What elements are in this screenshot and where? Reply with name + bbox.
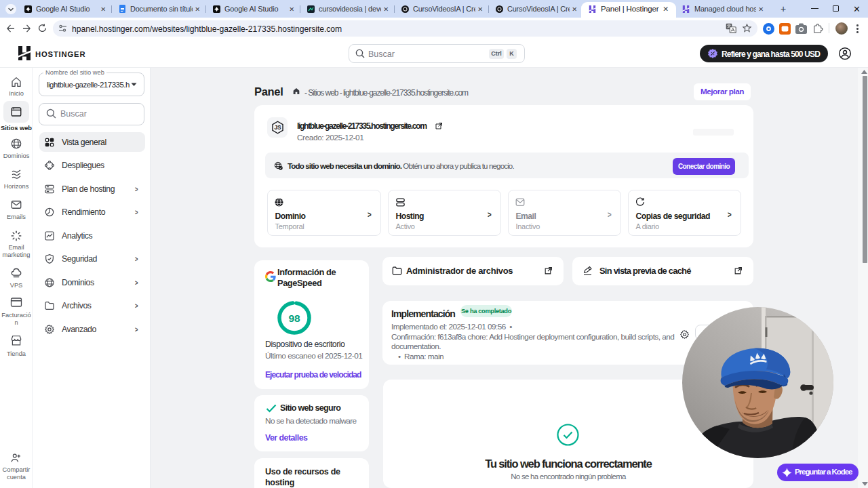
svg-text:98: 98 bbox=[288, 312, 300, 324]
svg-text:JS: JS bbox=[274, 124, 281, 131]
